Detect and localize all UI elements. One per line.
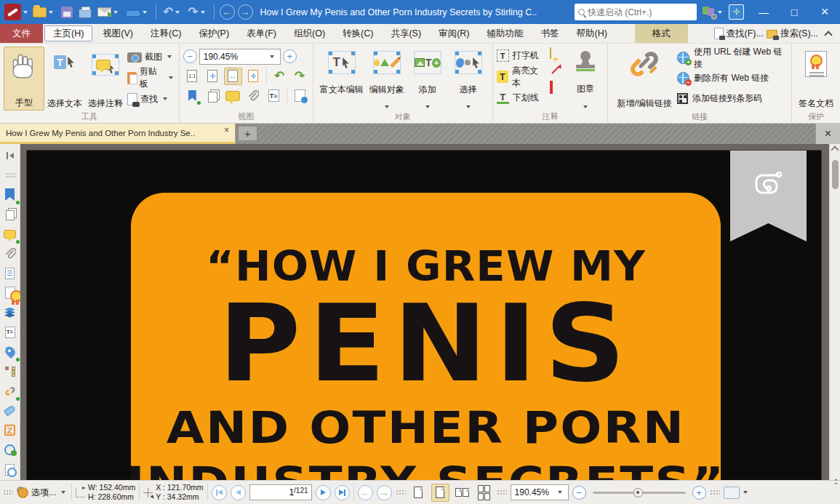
zoom-in-button[interactable]: + [283, 49, 297, 63]
menu-tab[interactable]: 审阅(R) [430, 24, 478, 43]
fullscreen-button[interactable]: ✣ [729, 4, 744, 20]
email-button[interactable] [95, 2, 123, 23]
barcode-link-button[interactable]: 添加链接到条形码 [677, 89, 788, 108]
sidebar-attachments[interactable] [0, 244, 20, 263]
two-page-layout-button[interactable] [453, 484, 471, 502]
rich-text-edit-button[interactable]: T 富文本编辑 [317, 47, 367, 111]
pane-drag-handle[interactable] [0, 165, 20, 185]
scan-button[interactable] [123, 2, 152, 23]
page-number-input[interactable] [253, 487, 295, 497]
chevron-down-icon[interactable] [385, 105, 389, 108]
statusbar-zoom-out-button[interactable]: − [572, 486, 586, 500]
clipboard-button[interactable]: 剪贴板 [127, 69, 175, 87]
chevron-down-icon[interactable] [169, 76, 173, 79]
typewriter-button[interactable]: T打字机 [497, 47, 545, 65]
remove-weblinks-button[interactable]: −删除所有 Web 链接 [677, 69, 788, 87]
scrollbar-thumb[interactable] [832, 160, 839, 189]
new-tab-button[interactable]: + [238, 126, 257, 141]
menu-tab[interactable]: 辅助功能 [478, 24, 532, 43]
chevron-down-icon[interactable] [175, 11, 180, 14]
two-page-continuous-button[interactable] [475, 484, 493, 502]
sidebar-links[interactable] [0, 381, 20, 401]
chevron-down-icon[interactable] [167, 55, 172, 58]
chevron-down-icon[interactable] [143, 11, 147, 14]
fit-visible-button[interactable]: ✛ [244, 68, 263, 85]
add-object-button[interactable]: T+ 添加 [407, 47, 448, 111]
underline-button[interactable]: T下划线 [497, 89, 545, 107]
view-forward-button[interactable]: → [377, 485, 392, 500]
vertical-scrollbar[interactable] [829, 144, 840, 480]
sidebar-signatures[interactable] [0, 283, 20, 303]
close-document-button[interactable]: × [815, 124, 840, 144]
sidebar-order[interactable]: Z [0, 420, 20, 440]
chevron-down-icon[interactable] [163, 97, 167, 100]
menu-tab[interactable]: 主页(H) [44, 25, 92, 41]
attachments-pane-button[interactable] [244, 87, 263, 105]
redo-button[interactable]: ↷ [185, 2, 209, 23]
menu-tab[interactable]: 组织(O) [285, 24, 334, 43]
tab-close-icon[interactable]: × [224, 125, 229, 135]
window-view-button[interactable] [724, 487, 750, 499]
stamp-button[interactable]: 图章 [567, 47, 604, 111]
document-viewport[interactable]: “HOW I GREW MY PENIS AND OTHER PORN INDU… [20, 144, 829, 480]
document-tab[interactable]: How I Grew My Penis and Other Porn Indus… [0, 124, 236, 144]
arrow-annotation-button[interactable] [550, 63, 563, 78]
single-page-layout-button[interactable] [409, 484, 428, 502]
close-button[interactable]: × [809, 0, 840, 24]
menu-tab[interactable]: 视图(V) [94, 24, 142, 43]
fit-width-button[interactable]: ↔ [224, 68, 242, 85]
select-text-button[interactable]: T 选择文本 [44, 47, 85, 111]
collapse-ribbon-icon[interactable] [824, 31, 832, 39]
add-edit-link-button[interactable]: 新增/编辑链接 [612, 47, 677, 111]
save-button[interactable] [58, 2, 76, 23]
chevron-down-icon[interactable] [23, 11, 28, 14]
menu-tab[interactable]: 共享(S) [382, 24, 430, 43]
chevron-down-icon[interactable] [425, 105, 430, 108]
sidebar-tags[interactable] [0, 401, 20, 420]
drag-dots-icon[interactable] [497, 489, 507, 495]
search-button[interactable]: 搜索(S)... [767, 28, 818, 40]
continuous-layout-button[interactable] [431, 484, 449, 502]
theme-settings-button[interactable] [703, 7, 716, 18]
sign-document-button[interactable]: 签名文档 [796, 47, 836, 111]
quick-launch-box[interactable] [575, 4, 697, 20]
maximize-button[interactable]: □ [779, 0, 809, 24]
open-button[interactable] [30, 2, 58, 23]
history-forward-button[interactable]: → [238, 4, 253, 20]
create-weblinks-button[interactable]: +使用 URL 创建 Web 链接 [677, 49, 788, 67]
file-menu-button[interactable]: 文件 [0, 24, 43, 43]
comments-pane-button[interactable] [224, 87, 242, 105]
page-number-box[interactable]: /121 [249, 484, 312, 500]
rectangle-annotation-button[interactable] [550, 82, 563, 92]
last-page-button[interactable] [335, 485, 350, 500]
format-context-tab[interactable]: 格式 [635, 24, 688, 43]
rotate-ccw-button[interactable]: ↶ [271, 68, 289, 85]
chevron-down-icon[interactable] [113, 11, 118, 14]
drag-dots-icon[interactable] [710, 489, 720, 495]
expand-statusbar-icon[interactable]: ⌃⌃ [833, 480, 839, 487]
snapshot-button[interactable]: 截图 [127, 48, 175, 65]
sidebar-bookmarks[interactable] [0, 185, 20, 204]
zoom-slider-thumb[interactable] [633, 488, 643, 497]
sidebar-accessibility-report[interactable] [0, 460, 20, 479]
sidebar-comments[interactable] [0, 224, 20, 244]
zoom-level-combo[interactable]: 190.45% [199, 49, 281, 65]
chevron-down-icon[interactable] [466, 105, 471, 108]
sticky-note-button[interactable] [550, 48, 563, 58]
sidebar-fields[interactable] [0, 263, 20, 283]
sidebar-content[interactable]: T≡ [0, 322, 20, 342]
thumbnails-pane-button[interactable] [204, 87, 222, 105]
bookmarks-pane-button[interactable] [183, 87, 201, 105]
chevron-down-icon[interactable] [583, 105, 588, 108]
zoom-slider[interactable] [593, 492, 686, 494]
minimize-button[interactable]: — [748, 0, 779, 24]
menu-tab[interactable]: 转换(C) [334, 24, 382, 43]
sidebar-thumbnails[interactable] [0, 204, 20, 224]
app-icon[interactable] [4, 4, 21, 20]
pdf-page[interactable]: “HOW I GREW MY PENIS AND OTHER PORN INDU… [26, 150, 822, 480]
options-button[interactable]: 选项... [17, 487, 68, 499]
select-comments-button[interactable]: 选择注释 [85, 47, 126, 111]
menu-tab[interactable]: 帮助(H) [567, 24, 615, 43]
hand-tool-button[interactable]: 手型 [4, 47, 44, 111]
next-page-button[interactable] [316, 485, 331, 500]
